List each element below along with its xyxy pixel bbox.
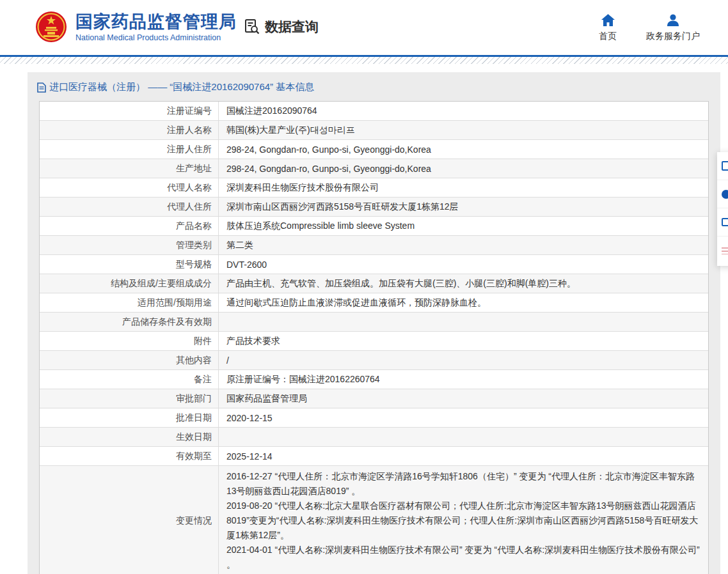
content-wrapper: 进口医疗器械（注册） —— “国械注进20162090764” 基本信息 注册证… [28, 72, 720, 574]
row-value: / [219, 351, 708, 369]
row-label: 备注 [40, 370, 219, 389]
row-value: 国家药品监督管理局 [219, 389, 708, 408]
row-value: 肢体压迫系统Compressible limb sleeve System [219, 217, 708, 235]
row-label-text: 型号规格 [176, 259, 212, 270]
nav-item-gov-portal[interactable]: 政务服务门户 [646, 14, 700, 42]
floating-tool-panel [717, 152, 728, 266]
row-value-text: 国械注进20162090764 [226, 105, 702, 117]
row-value: 产品由主机、充气软管、加压袋组成。加压袋有大腿(三腔)、小腿(三腔)和脚(单腔)… [219, 274, 708, 293]
data-query-label: 数据查询 [265, 18, 319, 36]
row-value-text: 通过间歇式压迫防止血液淤滞或促进血液循环，预防深静脉血栓。 [226, 297, 702, 309]
row-value-text: 国家药品监督管理局 [226, 393, 702, 405]
row-label: 产品名称 [40, 217, 219, 235]
table-row: 备注原注册证编号：国械注进20162260764 [40, 370, 708, 389]
row-label: 注册人名称 [40, 121, 219, 139]
row-label: 有效期至 [40, 447, 219, 465]
detail-table: 注册证编号国械注进20162090764注册人名称韩国(株)大星产业(주)대성마… [39, 101, 709, 574]
table-row: 批准日期2020-12-15 [40, 408, 708, 428]
row-label: 型号规格 [40, 255, 219, 274]
row-value: 2020-12-15 [219, 408, 708, 427]
floating-tool-circle[interactable] [717, 180, 728, 208]
nav-label: 政务服务门户 [646, 31, 700, 42]
row-value: 深圳麦科田生物医疗技术股份有限公司 [219, 178, 708, 197]
table-row: 生产地址298-24, Gongdan-ro, Gunpo-si, Gyeong… [40, 159, 708, 178]
row-label-text: 产品名称 [176, 221, 212, 232]
row-value: 原注册证编号：国械注进20162260764 [219, 370, 708, 389]
row-value-text: 韩国(株)大星产业(주)대성마리프 [226, 125, 702, 136]
row-label-text: 审批部门 [176, 393, 212, 405]
row-label-text: 注册人名称 [167, 125, 212, 136]
row-value-text: 第二类 [226, 240, 702, 251]
row-label-text: 结构及组成/主要组成成分 [111, 278, 212, 290]
row-label: 管理类别 [40, 236, 219, 254]
row-label-text: 有效期至 [176, 451, 212, 462]
table-row: 型号规格DVT-2600 [40, 255, 708, 274]
row-value-text: DVT-2600 [226, 260, 702, 270]
user-icon [667, 14, 679, 26]
row-label-text: 生效日期 [176, 431, 212, 443]
row-label-text: 产品储存条件及有效期 [122, 316, 212, 328]
nav-item-home[interactable]: 首页 [599, 14, 617, 42]
row-label-text: 注册人住所 [167, 144, 212, 155]
site-header: 国家药品监督管理局 National Medical Products Admi… [0, 0, 728, 55]
row-label: 其他内容 [40, 351, 219, 369]
row-value: 国械注进20162090764 [219, 102, 708, 120]
home-icon [601, 14, 615, 26]
row-value-text: 深圳市南山区西丽沙河西路5158号百旺研发大厦1栋第12层 [226, 201, 702, 213]
change-record: 2016-12-27 “代理人住所：北京市海淀区学清路16号学知轩1806（住宅… [226, 469, 702, 499]
table-row: 审批部门国家药品监督管理局 [40, 389, 708, 408]
table-row: 注册证编号国械注进20162090764 [40, 102, 708, 121]
document-icon [37, 82, 46, 93]
row-value-text: 298-24, Gongdan-ro, Gunpo-si, Gyeonggi-d… [226, 144, 702, 155]
row-label: 生效日期 [40, 428, 219, 446]
page-title: 进口医疗器械（注册） —— “国械注进20162090764” 基本信息 [49, 81, 314, 93]
row-label: 结构及组成/主要组成成分 [40, 274, 219, 293]
row-value: 产品技术要求 [219, 332, 708, 350]
floating-tool-square[interactable] [717, 208, 728, 237]
agency-name-en: National Medical Products Administration [75, 33, 237, 42]
national-emblem-icon [35, 11, 67, 43]
table-row: 有效期至2025-12-14 [40, 447, 708, 466]
row-label: 变更情况 [40, 466, 219, 574]
row-value-text: 产品由主机、充气软管、加压袋组成。加压袋有大腿(三腔)、小腿(三腔)和脚(单腔)… [226, 278, 702, 290]
breadcrumb: 进口医疗器械（注册） —— “国械注进20162090764” 基本信息 [28, 72, 720, 101]
row-label-text: 代理人住所 [167, 201, 212, 213]
row-value: 2016-12-27 “代理人住所：北京市海淀区学清路16号学知轩1806（住宅… [219, 466, 708, 574]
row-label-text: 注册证编号 [167, 105, 212, 117]
data-query-tab[interactable]: 数据查询 [244, 18, 319, 36]
floating-tool-lines[interactable] [717, 237, 728, 265]
table-row: 产品名称肢体压迫系统Compressible limb sleeve Syste… [40, 217, 708, 236]
square-tool-icon [722, 218, 728, 226]
row-label-text: 适用范围/预期用途 [138, 297, 212, 309]
row-value-text: 298-24, Gongdan-ro, Gunpo-si, Gyeonggi-d… [226, 164, 702, 174]
row-value [219, 313, 708, 331]
row-label-text: 代理人名称 [167, 182, 212, 194]
row-value [219, 428, 708, 446]
table-row: 产品储存条件及有效期 [40, 313, 708, 332]
row-value-text: 肢体压迫系统Compressible limb sleeve System [226, 221, 702, 232]
change-record: 2021-04-01 “代理人名称:深圳麦科田生物医疗技术有限公司” 变更为 “… [226, 543, 702, 572]
row-label-text: 其他内容 [176, 355, 212, 366]
row-value: 深圳市南山区西丽沙河西路5158号百旺研发大厦1栋第12层 [219, 198, 708, 216]
doc-tool-icon [722, 161, 728, 171]
row-label-text: 管理类别 [176, 240, 212, 251]
row-label: 审批部门 [40, 389, 219, 408]
table-row: 附件产品技术要求 [40, 332, 708, 351]
row-label: 附件 [40, 332, 219, 350]
table-row: 注册人住所298-24, Gongdan-ro, Gunpo-si, Gyeon… [40, 140, 708, 159]
row-label: 批准日期 [40, 408, 219, 427]
row-value: 298-24, Gongdan-ro, Gunpo-si, Gyeonggi-d… [219, 159, 708, 178]
table-row: 结构及组成/主要组成成分产品由主机、充气软管、加压袋组成。加压袋有大腿(三腔)、… [40, 274, 708, 293]
floating-tool-doc[interactable] [717, 152, 728, 180]
site-logo[interactable]: 国家药品监督管理局 National Medical Products Admi… [35, 11, 237, 43]
table-row: 管理类别第二类 [40, 236, 708, 255]
row-value: 298-24, Gongdan-ro, Gunpo-si, Gyeonggi-d… [219, 140, 708, 159]
row-label-text: 备注 [194, 374, 212, 385]
table-row: 其他内容/ [40, 351, 708, 370]
table-row: 生效日期 [40, 428, 708, 447]
row-label-text: 附件 [194, 336, 212, 347]
table-row: 变更情况2016-12-27 “代理人住所：北京市海淀区学清路16号学知轩180… [40, 466, 708, 574]
row-value: 通过间歇式压迫防止血液淤滞或促进血液循环，预防深静脉血栓。 [219, 293, 708, 312]
row-label: 适用范围/预期用途 [40, 293, 219, 312]
row-value-text: / [226, 355, 702, 366]
